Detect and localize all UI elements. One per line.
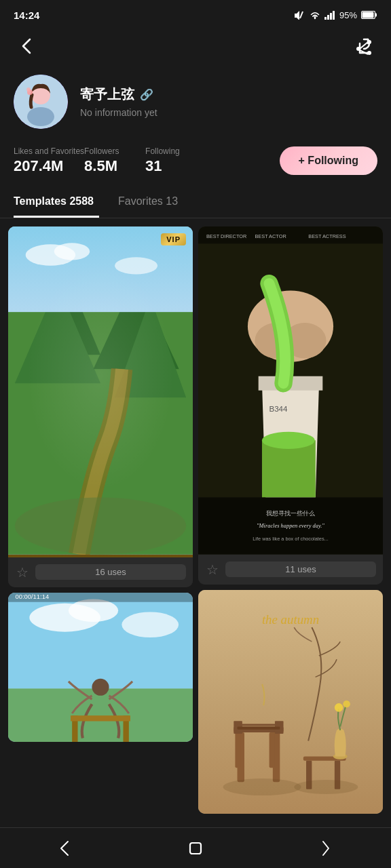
stat-followers-label: Followers (84, 146, 145, 156)
profile-bio: No information yet (80, 107, 157, 118)
star-button-matcha[interactable]: ☆ (205, 560, 220, 579)
stat-following-value: 31 (145, 157, 206, 175)
card-footer-nature: ☆ 16 uses (8, 557, 193, 587)
svg-text:BEST DIRECTOR: BEST DIRECTOR (206, 233, 246, 239)
svg-point-71 (335, 703, 343, 712)
stat-followers-value: 8.5M (84, 157, 145, 175)
profile-info: 寄予上弦 🔗 No information yet (80, 85, 377, 119)
vip-badge: VIP (161, 233, 186, 245)
tabs-row: Templates 2588 Favorites 13 (0, 187, 391, 218)
svg-rect-38 (71, 715, 130, 721)
card-image-matcha: BEST DIRECTOR BEST ACTOR BEST ACTRESS (198, 226, 383, 555)
nav-back-button[interactable] (45, 833, 86, 863)
tab-favorites[interactable]: Favorites 13 (118, 187, 183, 218)
stat-followers: Followers 8.5M (84, 146, 145, 175)
svg-rect-6 (375, 14, 377, 17)
svg-point-17 (26, 87, 31, 92)
back-button[interactable] (14, 33, 41, 60)
volume-off-icon (293, 10, 305, 20)
svg-point-33 (69, 599, 118, 621)
svg-text:B344: B344 (269, 405, 288, 413)
nav-home-button[interactable] (175, 833, 216, 863)
svg-rect-65 (238, 726, 280, 729)
avatar-image (14, 75, 68, 129)
svg-point-34 (122, 612, 179, 637)
stat-likes-value: 207.4M (14, 157, 84, 175)
svg-rect-4 (333, 11, 335, 20)
sky-svg: 00:00/11:14 (8, 593, 193, 742)
top-nav (0, 27, 391, 68)
battery-icon (361, 11, 377, 19)
wifi-icon (310, 10, 320, 20)
profile-name-row: 寄予上弦 🔗 (80, 85, 377, 104)
svg-point-49 (262, 432, 315, 449)
template-card-autumn[interactable]: the autumn (198, 590, 383, 814)
svg-point-35 (92, 678, 109, 695)
svg-point-73 (223, 778, 301, 795)
svg-text:我想寻找一些什么: 我想寻找一些什么 (266, 509, 315, 517)
svg-marker-22 (93, 277, 179, 370)
svg-point-27 (54, 243, 90, 260)
svg-rect-7 (362, 12, 374, 18)
status-icons: 95% (293, 10, 377, 20)
matcha-svg: BEST DIRECTOR BEST ACTOR BEST ACTRESS (198, 226, 383, 555)
autumn-svg: the autumn (198, 590, 383, 814)
svg-text:00:00/11:14: 00:00/11:14 (15, 593, 49, 600)
status-bar: 14:24 95% (0, 0, 391, 27)
svg-point-72 (343, 700, 350, 707)
stat-likes-label: Likes and Favorites (14, 146, 84, 156)
follow-button[interactable]: + Following (280, 146, 377, 175)
card-image-sky: 00:00/11:14 (8, 593, 193, 742)
profile-name: 寄予上弦 (80, 85, 134, 104)
svg-point-15 (27, 107, 54, 126)
nature-svg (8, 226, 193, 555)
card-footer-matcha: ☆ 11 uses (198, 555, 383, 585)
bottom-nav (0, 827, 391, 868)
profile-section: 寄予上弦 🔗 No information yet (0, 68, 391, 140)
uses-label-matcha: 11 uses (225, 561, 376, 577)
svg-rect-3 (330, 13, 332, 20)
grid-column-2: BEST DIRECTOR BEST ACTOR BEST ACTRESS (198, 226, 383, 814)
svg-text:BEST ACTOR: BEST ACTOR (255, 233, 286, 239)
stat-likes: Likes and Favorites 207.4M (14, 146, 84, 175)
template-card-nature[interactable]: VIP ☆ 16 uses (8, 226, 193, 587)
svg-point-28 (115, 257, 157, 274)
card-image-autumn: the autumn (198, 590, 383, 814)
tab-templates[interactable]: Templates 2588 (14, 187, 99, 218)
template-card-sky[interactable]: 00:00/11:14 (8, 593, 193, 742)
svg-text:the autumn: the autumn (262, 612, 319, 626)
battery-text: 95% (339, 10, 357, 20)
svg-rect-75 (190, 843, 201, 854)
svg-rect-61 (235, 732, 240, 768)
nature-image (8, 226, 193, 557)
svg-rect-62 (269, 732, 275, 768)
content-grid: VIP ☆ 16 uses (0, 226, 391, 814)
stat-following: Following 31 (145, 146, 206, 175)
svg-text:"Miracles happen every day.": "Miracles happen every day." (257, 523, 324, 529)
svg-point-74 (294, 780, 358, 794)
svg-rect-31 (8, 688, 193, 742)
stats-row: Likes and Favorites 207.4M Followers 8.5… (0, 140, 391, 187)
share-button[interactable] (350, 33, 377, 60)
svg-text:BEST ACTRESS: BEST ACTRESS (308, 233, 346, 239)
svg-rect-1 (324, 17, 327, 20)
svg-rect-66 (238, 724, 280, 726)
signal-icon (324, 10, 335, 20)
svg-line-0 (300, 12, 303, 18)
profile-badge-icon: 🔗 (140, 88, 153, 101)
status-time: 14:24 (14, 9, 39, 21)
avatar[interactable] (14, 75, 68, 129)
grid-column-1: VIP ☆ 16 uses (8, 226, 193, 814)
card-image-nature: VIP (8, 226, 193, 557)
star-button-nature[interactable]: ☆ (15, 563, 30, 582)
uses-label-nature: 16 uses (35, 564, 186, 580)
matcha-image: BEST DIRECTOR BEST ACTOR BEST ACTRESS (198, 226, 383, 555)
stat-following-label: Following (145, 146, 206, 156)
svg-text:Life was like a box of chocola: Life was like a box of chocolates... (253, 536, 328, 542)
svg-marker-21 (15, 283, 100, 383)
svg-rect-2 (327, 15, 329, 20)
template-card-matcha[interactable]: BEST DIRECTOR BEST ACTOR BEST ACTRESS (198, 226, 383, 585)
nav-recent-button[interactable] (305, 833, 346, 863)
svg-point-24 (15, 497, 186, 554)
svg-marker-20 (29, 269, 100, 355)
